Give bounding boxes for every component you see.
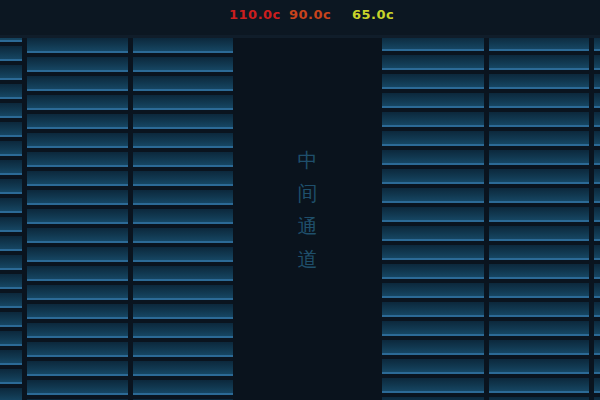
rack-slot[interactable] [133, 114, 233, 129]
rack-slot[interactable] [27, 209, 128, 224]
rack-slot[interactable] [382, 188, 484, 203]
rack-slot[interactable] [382, 112, 484, 127]
rack-slot[interactable] [27, 342, 128, 357]
rack-slot[interactable] [382, 321, 484, 336]
rack-slot[interactable] [594, 38, 600, 51]
rack-slot[interactable] [594, 226, 600, 241]
rack-slot[interactable] [133, 266, 233, 281]
rack-slot[interactable] [382, 359, 484, 374]
rack-slot[interactable] [594, 302, 600, 317]
rack-slot[interactable] [0, 38, 22, 42]
rack-slot[interactable] [382, 55, 484, 70]
rack-slot[interactable] [382, 245, 484, 260]
rack-slot[interactable] [27, 323, 128, 338]
rack-slot[interactable] [489, 112, 589, 127]
rack-slot[interactable] [382, 264, 484, 279]
rack-slot[interactable] [489, 93, 589, 108]
rack-slot[interactable] [382, 302, 484, 317]
rack-slot[interactable] [0, 331, 22, 346]
rack-slot[interactable] [133, 304, 233, 319]
rack-slot[interactable] [0, 198, 22, 213]
rack-slot[interactable] [133, 171, 233, 186]
rack-slot[interactable] [382, 340, 484, 355]
rack-slot[interactable] [594, 112, 600, 127]
rack-slot[interactable] [382, 93, 484, 108]
rack-slot[interactable] [0, 65, 22, 80]
rack-slot[interactable] [27, 228, 128, 243]
rack-slot[interactable] [27, 190, 128, 205]
rack-slot[interactable] [382, 169, 484, 184]
rack-slot[interactable] [133, 190, 233, 205]
rack-slot[interactable] [594, 264, 600, 279]
rack-slot[interactable] [382, 150, 484, 165]
rack-slot[interactable] [382, 283, 484, 298]
rack-slot[interactable] [27, 247, 128, 262]
rack-slot[interactable] [489, 302, 589, 317]
rack-slot[interactable] [594, 378, 600, 393]
rack-slot[interactable] [0, 350, 22, 365]
rack-slot[interactable] [489, 359, 589, 374]
rack-slot[interactable] [489, 264, 589, 279]
rack-slot[interactable] [133, 380, 233, 395]
rack-slot[interactable] [0, 160, 22, 175]
rack-slot[interactable] [382, 74, 484, 89]
rack-slot[interactable] [133, 76, 233, 91]
rack-slot[interactable] [133, 323, 233, 338]
rack-slot[interactable] [27, 57, 128, 72]
rack-slot[interactable] [27, 38, 128, 53]
rack-slot[interactable] [594, 74, 600, 89]
rack-slot[interactable] [0, 84, 22, 99]
rack-slot[interactable] [489, 169, 589, 184]
rack-slot[interactable] [0, 293, 22, 308]
rack-slot[interactable] [133, 285, 233, 300]
rack-slot[interactable] [594, 55, 600, 70]
rack-slot[interactable] [133, 133, 233, 148]
rack-slot[interactable] [489, 74, 589, 89]
rack-slot[interactable] [27, 304, 128, 319]
rack-slot[interactable] [27, 114, 128, 129]
rack-slot[interactable] [133, 228, 233, 243]
rack-slot[interactable] [594, 207, 600, 222]
rack-slot[interactable] [489, 38, 589, 51]
rack-slot[interactable] [382, 131, 484, 146]
rack-slot[interactable] [27, 152, 128, 167]
rack-slot[interactable] [594, 169, 600, 184]
rack-slot[interactable] [594, 93, 600, 108]
rack-slot[interactable] [489, 188, 589, 203]
rack-slot[interactable] [133, 209, 233, 224]
rack-slot[interactable] [0, 46, 22, 61]
rack-slot[interactable] [489, 207, 589, 222]
rack-slot[interactable] [594, 188, 600, 203]
rack-slot[interactable] [594, 283, 600, 298]
rack-slot[interactable] [489, 150, 589, 165]
rack-slot[interactable] [27, 133, 128, 148]
rack-slot[interactable] [489, 226, 589, 241]
rack-slot[interactable] [489, 283, 589, 298]
rack-slot[interactable] [382, 378, 484, 393]
rack-slot[interactable] [27, 380, 128, 395]
rack-slot[interactable] [27, 361, 128, 376]
rack-slot[interactable] [27, 76, 128, 91]
rack-slot[interactable] [27, 285, 128, 300]
rack-slot[interactable] [489, 131, 589, 146]
rack-slot[interactable] [489, 378, 589, 393]
rack-slot[interactable] [382, 38, 484, 51]
rack-slot[interactable] [594, 131, 600, 146]
rack-slot[interactable] [382, 207, 484, 222]
rack-slot[interactable] [0, 255, 22, 270]
rack-slot[interactable] [133, 247, 233, 262]
rack-slot[interactable] [133, 152, 233, 167]
rack-slot[interactable] [133, 95, 233, 110]
rack-slot[interactable] [594, 245, 600, 260]
rack-slot[interactable] [594, 321, 600, 336]
rack-slot[interactable] [0, 179, 22, 194]
rack-slot[interactable] [0, 312, 22, 327]
rack-slot[interactable] [0, 274, 22, 289]
rack-slot[interactable] [27, 266, 128, 281]
rack-slot[interactable] [133, 342, 233, 357]
rack-slot[interactable] [489, 321, 589, 336]
rack-slot[interactable] [0, 369, 22, 384]
rack-slot[interactable] [489, 55, 589, 70]
rack-slot[interactable] [0, 217, 22, 232]
rack-slot[interactable] [382, 226, 484, 241]
